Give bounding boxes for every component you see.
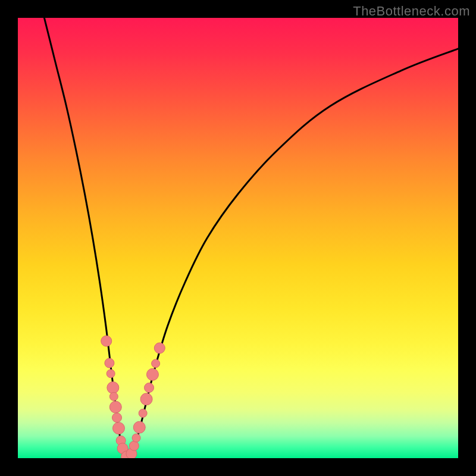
marker-19 [152,359,160,368]
marker-6 [112,413,122,422]
marker-2 [107,369,115,378]
watermark-text: TheBottleneck.com [353,4,470,19]
marker-1 [105,358,114,368]
marker-16 [140,393,152,405]
plot-area [18,18,458,458]
data-markers [101,336,165,458]
marker-0 [101,336,112,346]
chart-svg [18,18,458,458]
marker-5 [109,401,121,413]
marker-12 [129,441,139,450]
marker-18 [146,368,158,380]
marker-3 [107,382,119,394]
bottleneck-curve [44,18,458,458]
marker-15 [139,409,147,418]
marker-13 [132,434,140,442]
marker-17 [145,383,154,393]
marker-14 [133,421,145,433]
marker-4 [109,392,118,400]
curve-right-curve [128,49,458,458]
chart-frame: TheBottleneck.com [0,0,476,476]
marker-20 [154,343,165,353]
marker-7 [112,422,124,434]
